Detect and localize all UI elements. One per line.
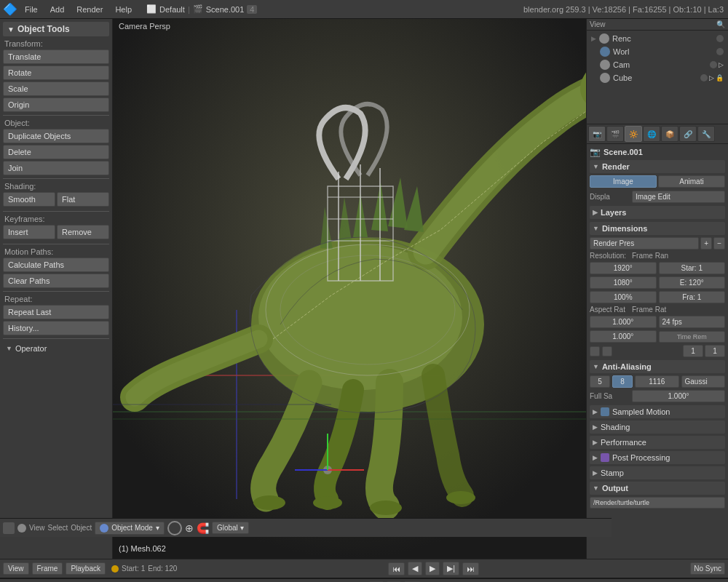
delete-btn[interactable]: Delete: [3, 145, 109, 159]
view-label-bar[interactable]: View: [29, 524, 45, 532]
view-icon[interactable]: [3, 522, 15, 534]
add-preset-btn[interactable]: +: [700, 237, 712, 250]
snap-icon[interactable]: 🧲: [197, 522, 209, 534]
aa-filter-dropdown[interactable]: Gaussi: [681, 375, 726, 388]
transform-icon[interactable]: ⊕: [185, 522, 194, 534]
menu-help[interactable]: Help: [109, 4, 138, 15]
cube-arrow[interactable]: ▷: [709, 74, 714, 81]
tab-render-active[interactable]: 🔆: [625, 126, 642, 142]
props-content: 📷 Scene.001 Render Image Animati Displa …: [587, 144, 728, 514]
next-frame-btn[interactable]: ▶|: [443, 562, 459, 575]
global-dropdown[interactable]: Global ▾: [212, 522, 249, 534]
viewport-bottom-bar: View Frame Playback Start: 1 End: 120 ⏮ …: [0, 559, 728, 578]
menu-add[interactable]: Add: [44, 4, 71, 15]
tab-render[interactable]: 📷: [588, 126, 606, 142]
shading-render-header[interactable]: Shading: [590, 420, 725, 434]
view-menu-btn[interactable]: View: [3, 562, 29, 575]
remove-btn[interactable]: Remove: [57, 225, 109, 239]
full-sa-field[interactable]: 1.000°: [632, 390, 725, 402]
render-btns: Image Animati: [590, 175, 725, 188]
scale-btn[interactable]: Scale: [3, 81, 109, 96]
res-pct-field[interactable]: 100%: [590, 291, 657, 303]
aa-size-field[interactable]: 1116: [635, 375, 679, 388]
flat-btn[interactable]: Flat: [57, 192, 109, 207]
aspect-y-field[interactable]: 1.000°: [590, 330, 657, 343]
menu-render[interactable]: Render: [71, 4, 108, 15]
world-icon: [600, 47, 610, 57]
origin-btn[interactable]: Origin: [3, 97, 109, 112]
output-header[interactable]: Output: [590, 482, 725, 495]
num-field-2[interactable]: 1: [705, 345, 725, 357]
eye-icon[interactable]: [716, 35, 724, 42]
start-field[interactable]: Star: 1: [659, 262, 726, 274]
stamp-header[interactable]: Stamp: [590, 466, 725, 479]
play-btn[interactable]: ▶: [425, 562, 440, 575]
skip-end-btn[interactable]: ⏭: [462, 562, 479, 575]
outliner-item-cube[interactable]: Cube ▷ 🔒: [588, 71, 727, 84]
tab-world[interactable]: 🌐: [643, 126, 660, 142]
render-header[interactable]: Render: [590, 160, 725, 173]
performance-header[interactable]: Performance: [590, 436, 725, 449]
antialiasing-header[interactable]: Anti-Aliasing: [590, 360, 725, 373]
remove-preset-btn[interactable]: −: [713, 237, 725, 250]
clear-paths-btn[interactable]: Clear Paths: [3, 274, 109, 288]
output-path-field[interactable]: /Render/turtle/turtle: [590, 497, 725, 509]
cam-arrow[interactable]: ▷: [719, 61, 724, 68]
animation-btn[interactable]: Animati: [658, 175, 725, 188]
fps-dropdown[interactable]: 24 fps: [659, 316, 726, 328]
repeat-last-btn[interactable]: Repeat Last: [3, 305, 109, 319]
num-field-1[interactable]: 1: [683, 345, 703, 357]
search-icon[interactable]: 🔍: [716, 20, 725, 28]
playback-btn[interactable]: Playback: [66, 562, 106, 575]
viewport[interactable]: Camera Persp ⊞: [113, 19, 586, 559]
eye-icon-cube[interactable]: [700, 74, 708, 81]
select-label-bar[interactable]: Select: [48, 524, 68, 532]
prev-frame-btn[interactable]: ◀: [408, 562, 422, 575]
tab-modifiers[interactable]: 🔧: [697, 126, 715, 142]
rotate-btn[interactable]: Rotate: [3, 65, 109, 80]
eye-icon-cam[interactable]: [710, 61, 717, 68]
translate-btn[interactable]: Translate: [3, 49, 109, 64]
outliner-item-cam[interactable]: Cam ▷: [588, 58, 727, 71]
blender-icon[interactable]: 🔷: [3, 2, 17, 16]
check-1[interactable]: [590, 346, 600, 356]
aa-8-btn[interactable]: 8: [612, 375, 633, 388]
check-2[interactable]: [602, 346, 612, 356]
pivot-icon[interactable]: [167, 521, 182, 535]
tab-constraints[interactable]: 🔗: [679, 126, 697, 142]
menu-file[interactable]: File: [19, 4, 44, 15]
smooth-btn[interactable]: Smooth: [3, 192, 55, 207]
res-x-field[interactable]: 1920°: [590, 262, 657, 274]
render-preset-dropdown[interactable]: Render Pres: [590, 237, 699, 250]
outliner-item-renc[interactable]: ▶ Renc: [588, 32, 727, 45]
eye-icon-world[interactable]: [716, 48, 724, 55]
post-processing-header[interactable]: Post Processing: [590, 451, 725, 464]
image-btn[interactable]: Image: [590, 175, 657, 188]
aa-5-btn[interactable]: 5: [590, 375, 610, 388]
displa-row: Displa Image Edit: [590, 191, 725, 203]
dimensions-header[interactable]: Dimensions: [590, 222, 725, 235]
tab-object[interactable]: 📦: [661, 126, 678, 142]
end-field[interactable]: E: 120°: [659, 276, 726, 289]
duplicate-btn[interactable]: Duplicate Objects: [3, 129, 109, 143]
join-btn[interactable]: Join: [3, 161, 109, 175]
image-edit-dropdown[interactable]: Image Edit: [632, 191, 725, 203]
insert-btn[interactable]: Insert: [3, 225, 55, 239]
cube-lock[interactable]: 🔒: [716, 74, 724, 81]
aspect-x-field[interactable]: 1.000°: [590, 316, 657, 328]
skip-start-btn[interactable]: ⏮: [388, 562, 405, 575]
tab-scene[interactable]: 🎬: [606, 126, 624, 142]
res-y-field[interactable]: 1080°: [590, 276, 657, 289]
outliner-item-world[interactable]: Worl: [588, 45, 727, 58]
object-label-bar[interactable]: Object: [71, 524, 92, 532]
sampled-motion-header[interactable]: Sampled Motion: [590, 405, 725, 418]
operator-section[interactable]: ▼ Operator: [3, 342, 109, 355]
viewport-header: Camera Persp: [119, 22, 170, 31]
object-mode-dropdown[interactable]: Object Mode ▾: [95, 522, 165, 535]
sync-dropdown[interactable]: No Sync: [690, 562, 725, 575]
layers-header[interactable]: Layers: [590, 206, 725, 219]
history-btn[interactable]: History...: [3, 321, 109, 335]
frame-btn[interactable]: Frame: [32, 562, 63, 575]
calculate-paths-btn[interactable]: Calculate Paths: [3, 258, 109, 272]
fra-field[interactable]: Fra: 1: [659, 291, 726, 303]
